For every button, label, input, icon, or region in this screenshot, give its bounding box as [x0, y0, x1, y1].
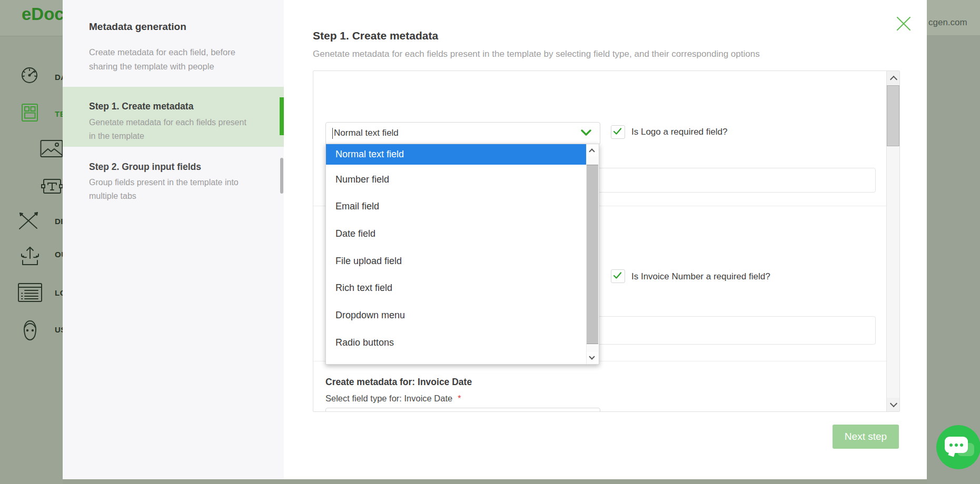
check-icon [611, 270, 623, 281]
sidebar-item-images[interactable] [0, 139, 63, 160]
dropdown-option-normal-text[interactable]: Normal text field [326, 144, 588, 165]
dropdown-option-rich-text[interactable]: Rich text field [326, 275, 588, 302]
invoice-number-required-checkbox[interactable] [611, 269, 625, 283]
sidebar-item-users[interactable]: US [0, 319, 63, 340]
user-icon [22, 319, 38, 342]
step-heading: Step 1. Create metadata [313, 29, 438, 42]
chat-dot [955, 443, 958, 447]
dropdown-scroll-up-button[interactable] [587, 144, 598, 156]
section-invoice-date-type-label-text: Select field type for: Invoice Date [325, 394, 452, 403]
sidebar-item-dashboard[interactable]: DA [0, 66, 63, 87]
template-icon [21, 103, 39, 122]
wizard-step-2-title: Step 2. Group input fields [89, 162, 201, 173]
dropdown-option-radio-buttons[interactable]: Radio buttons [326, 329, 588, 356]
background-header-right: cgen.com [927, 0, 980, 36]
fields-scroll-container: Create metadata for: Logo Select field t… [313, 70, 900, 412]
container-scrollbar [886, 71, 899, 411]
panel-scrollbar-thumb[interactable] [280, 158, 283, 194]
container-scrollbar-thumb[interactable] [887, 85, 899, 146]
image-icon [40, 139, 63, 158]
dropdown-option-date[interactable]: Date field [326, 220, 588, 247]
text-field-icon [41, 178, 63, 195]
panel-description: Create metadata for each field, before s… [89, 45, 252, 74]
wizard-step-2-description: Group fields present in the template int… [89, 176, 247, 203]
background-bottom-strip [63, 479, 927, 484]
metadata-wizard-main: Step 1. Create metadata Genetate metadat… [284, 0, 927, 479]
active-step-indicator [280, 97, 284, 135]
scroll-down-button[interactable] [887, 398, 899, 411]
logo-required-label: Is Logo a required field? [631, 127, 727, 137]
sidebar-item-text-fields[interactable] [0, 178, 63, 199]
chat-dot [960, 443, 963, 447]
logs-icon [17, 282, 43, 303]
dropdown-option-checkbox[interactable]: Checkbox [326, 356, 588, 365]
step-subheading: Genetate metadata for each fields presen… [313, 49, 871, 59]
wizard-step-1-title: Step 1. Create metadata [89, 101, 193, 112]
chevron-down-icon [589, 354, 595, 359]
sidebar-item-design[interactable]: DI [0, 210, 63, 231]
design-icon [17, 210, 39, 231]
sidebar-item-logs[interactable]: LO [0, 282, 63, 303]
wizard-step-2[interactable]: Step 2. Group input fields Group fields … [63, 151, 284, 209]
section-invoice-date-type-label: Select field type for: Invoice Date* [325, 394, 461, 404]
invoice-number-required-label: Is Invoice Number a required field? [631, 271, 770, 282]
chat-dot [949, 443, 953, 447]
chevron-up-icon [890, 76, 897, 83]
chat-widget-button[interactable] [936, 425, 980, 469]
panel-title: Metadata generation [89, 21, 186, 33]
chevron-down-icon [581, 129, 591, 137]
dropdown-scrollbar [586, 144, 599, 364]
output-icon [19, 244, 41, 267]
background-right-strip: cgen.com [927, 0, 980, 484]
text-caret [332, 128, 333, 139]
sidebar-label-design: DI [55, 217, 63, 226]
dropdown-scroll-down-button[interactable] [587, 352, 598, 364]
wizard-step-1-description: Genetate metadata for each fields presen… [89, 116, 247, 143]
dropdown-option-file-upload[interactable]: File upload field [326, 247, 588, 275]
sidebar-item-templates[interactable]: TE [0, 103, 63, 124]
section-invoice-date-title: Create metadata for: Invoice Date [325, 377, 472, 388]
dropdown-scrollbar-thumb[interactable] [587, 165, 598, 344]
background-sidebar: eDocGen DA TE [0, 0, 63, 484]
wizard-step-1[interactable]: Step 1. Create metadata Genetate metadat… [63, 87, 284, 147]
speedometer-icon [19, 66, 39, 85]
logo-required-checkbox[interactable] [611, 125, 625, 139]
dropdown-option-number[interactable]: Number field [326, 166, 588, 193]
field-type-dropdown-list: Normal text field Number field Email fie… [325, 144, 599, 365]
screen: eDocGen DA TE [0, 0, 980, 484]
chevron-down-icon [890, 400, 897, 407]
account-email-text: cgen.com [928, 17, 967, 28]
chevron-up-icon [589, 148, 595, 154]
field-type-select-logo-value: Normal text field [334, 128, 399, 138]
metadata-wizard-panel: Metadata generation Create metadata for … [63, 0, 284, 479]
check-icon [611, 126, 623, 137]
close-icon[interactable] [895, 15, 913, 33]
field-type-select-invoice-date[interactable] [325, 408, 600, 412]
next-step-button[interactable]: Next step [833, 425, 899, 449]
scroll-up-button[interactable] [887, 71, 899, 85]
sidebar-item-output[interactable]: OU [0, 244, 63, 265]
field-type-select-logo[interactable]: Normal text field [325, 122, 600, 145]
dropdown-option-email[interactable]: Email field [326, 193, 588, 220]
dropdown-option-dropdown-menu[interactable]: Dropdown menu [326, 302, 588, 329]
required-asterisk: * [452, 394, 461, 403]
